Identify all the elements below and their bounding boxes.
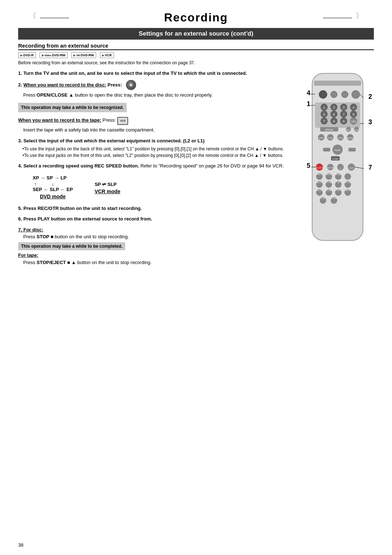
step-1-text: 1. Turn the TV and the unit on, and be s…	[18, 70, 247, 76]
remote-wrapper: 1 2 3 4 5 6 7 8 7 8	[301, 70, 374, 245]
svg-text:7: 7	[343, 113, 344, 116]
format-dvd-rw-video: ▶VideoDVD-RW	[40, 52, 68, 58]
svg-text:CLR/RST: CLR/RST	[316, 190, 323, 191]
svg-text:8: 8	[352, 113, 354, 116]
remote-label-2: 2	[368, 93, 372, 100]
vr-icon: ▶	[73, 54, 75, 57]
svg-rect-47	[323, 148, 330, 151]
arrow1: →	[40, 175, 45, 181]
xp-label: XP	[33, 175, 39, 181]
slp-label: SLP	[50, 187, 59, 192]
svg-text:2: 2	[333, 106, 335, 109]
svg-text:TOP MN: TOP MN	[326, 182, 332, 183]
arrow2: →	[54, 175, 59, 181]
step-3: 3. Select the input of the unit which th…	[18, 137, 294, 159]
svg-text:3: 3	[343, 106, 344, 109]
vcr-block: SP ⇌ SLP VCR mode	[95, 175, 121, 194]
svg-text:DVD: DVD	[338, 137, 343, 139]
step-7-disc: 7. For disc: Press STOP ■ button on the …	[18, 226, 294, 240]
svg-text:REC/OTR: REC/OTR	[315, 167, 324, 169]
svg-text:7: 7	[323, 119, 325, 123]
svg-point-4	[342, 91, 348, 98]
step-2: 2. When you want to record to the disc: …	[18, 81, 294, 134]
step-2-highlight1: This operation may take a while to be re…	[18, 101, 294, 114]
arrow-left1: ←	[44, 187, 48, 192]
svg-text:SKP: SKP	[346, 189, 350, 191]
down-arrow: ↓	[52, 181, 54, 187]
vcr-mode-label: VCR mode	[95, 189, 121, 194]
step-2-tape: When you want to record to the tape: Pre…	[18, 117, 294, 125]
speed-row-two: XP → SP → LP ↑ ↓ SEP ← SLP ←	[33, 175, 294, 199]
step-6-text: 6. Press PLAY button on the external sou…	[18, 216, 152, 222]
intro-text: Before recording from an external source…	[18, 60, 374, 65]
svg-text:STOP: STOP	[332, 158, 338, 160]
svg-text:SLO: SLO	[346, 129, 351, 131]
step-7: 7. For disc: Press STOP ■ button on the …	[18, 226, 294, 266]
svg-text:5: 5	[323, 113, 325, 116]
sp-label: SP	[46, 175, 53, 181]
svg-text:VID: VID	[351, 120, 356, 123]
svg-text:SETUP: SETUP	[327, 167, 334, 169]
svg-text:▲: ▲	[340, 167, 342, 169]
step-7-tape-label: For tape:	[18, 252, 38, 258]
title-section: 〈 Recording 〉	[18, 11, 374, 24]
dvd-arrows-vertical: ↑ ↓	[33, 181, 73, 187]
svg-text:MON: MON	[327, 173, 331, 175]
svg-text:DISP: DISP	[319, 137, 323, 139]
svg-text:SUB: SUB	[322, 198, 325, 199]
remote-label-1: 1	[307, 100, 310, 108]
remote-label-5: 5	[307, 162, 310, 169]
step-1: 1. Turn the TV and the unit on, and be s…	[18, 70, 294, 77]
vcr-speed: SP ⇌ SLP	[95, 182, 121, 187]
page-number: 38	[18, 542, 23, 548]
svg-point-62	[344, 173, 351, 180]
svg-text:CH SKP: CH SKP	[331, 198, 337, 199]
step-2-tape-sub: Insert the tape with a safety tab into t…	[23, 126, 294, 134]
dvd-mode-label: DVD mode	[33, 194, 73, 199]
step-3-bullet-2: •To use the input jacks on the front of …	[23, 152, 294, 159]
step-7-tape: For tape: Press STOP/EJECT ■ ▲ button on…	[18, 252, 294, 266]
step-2-tape-sub-text: Insert the tape with a safety tab into t…	[23, 127, 155, 133]
svg-text:8: 8	[333, 119, 335, 123]
sep-label: SEP	[33, 187, 42, 192]
step-7-highlight: This operation may take a while to be co…	[18, 243, 294, 250]
step-7-disc-label: 7. For disc:	[18, 227, 43, 232]
svg-text:6: 6	[333, 113, 335, 116]
step-3-bullet-1: •To use the input jacks on the back of t…	[23, 146, 294, 152]
step-7-disc-text: Press STOP ■ button on the unit to stop …	[23, 234, 129, 239]
dvd-row1: XP → SP → LP	[33, 175, 73, 181]
disc-icon	[126, 80, 136, 90]
svg-point-3	[331, 91, 337, 98]
step-4-text: 4. Select a recording speed using REC SP…	[18, 163, 284, 169]
svg-text:ENTER: ENTER	[335, 173, 342, 175]
svg-text:1: 1	[323, 106, 325, 109]
svg-rect-48	[348, 148, 356, 151]
format-dvd-r: ▶DVD-R	[18, 52, 36, 58]
sub-header: Recording from an external source	[18, 42, 374, 50]
step-2-disc-sub: Press OPEN/CLOSE ▲ button to open the di…	[23, 92, 294, 99]
svg-text:PAUSE: PAUSE	[347, 137, 354, 139]
step-3-bullets: •To use the input jacks on the back of t…	[18, 146, 294, 159]
svg-text:REC: REC	[318, 173, 322, 175]
remote-label-7: 7	[368, 164, 372, 171]
step-2-disc: 2. When you want to record to the disc: …	[18, 81, 294, 90]
step-4: 4. Select a recording speed using REC SP…	[18, 162, 294, 170]
main-layout: 1. Turn the TV and the unit on, and be s…	[18, 70, 374, 270]
remote-label-3: 3	[368, 118, 372, 126]
step-2-disc-label: 2. When you want to record to the disc: …	[18, 82, 123, 88]
step-3-text: 3. Select the input of the unit which th…	[18, 138, 205, 143]
highlight-box-recognized: This operation may take a while to be re…	[18, 103, 127, 112]
speed-diagram: XP → SP → LP ↑ ↓ SEP ← SLP ←	[33, 175, 294, 199]
remote-label-4: 4	[307, 89, 310, 97]
dvd-r-icon: ▶	[20, 54, 23, 57]
video-icon: ▶	[42, 54, 44, 57]
svg-text:4: 4	[352, 106, 354, 109]
svg-text:9: 9	[343, 119, 344, 123]
format-icons-row: ▶DVD-R ▶VideoDVD-RW ▶VRDVD-RW ▶VCR	[18, 52, 374, 58]
page-title: Recording	[18, 11, 374, 24]
dvd-row2: SEP ← SLP ← EP	[33, 187, 73, 192]
step-5: 5. Press REC/OTR button on the unit to s…	[18, 205, 294, 212]
step-2-tape-label: When you want to record to the tape:	[18, 117, 101, 123]
lp-label: LP	[61, 175, 67, 181]
step-7-tape-text: Press STOP/EJECT ■ ▲ button on the unit …	[23, 260, 152, 265]
